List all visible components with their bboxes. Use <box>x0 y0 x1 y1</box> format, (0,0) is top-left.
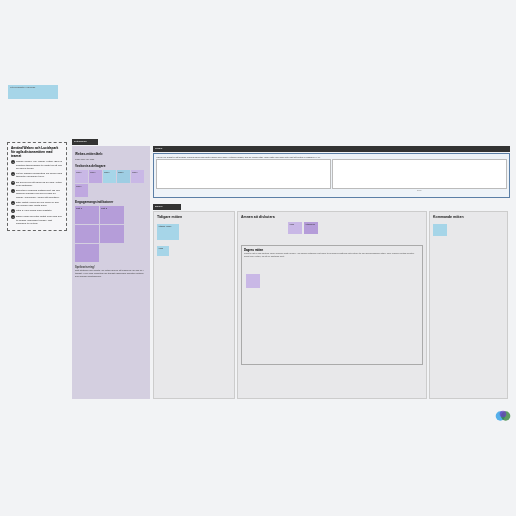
participant-sticky[interactable]: Namn <box>75 184 88 197</box>
sticky-note[interactable]: Anteckn. ämne <box>157 224 179 240</box>
column-topics: Ämnen att diskutera Ämne Anteckning Dage… <box>237 211 427 399</box>
column-previous: Tidigare möten Anteckn. ämne Ämne <box>153 211 235 399</box>
engagement-card[interactable] <box>100 225 124 243</box>
board-title: Styrelsemöte i samnas Bradlee <box>8 85 58 99</box>
todays-meeting-box: Dagens möten Lägg till allt ni ska hante… <box>241 245 423 365</box>
instruction-checklist: Använd Webex och Lucidspark för agila di… <box>7 142 67 231</box>
column-upcoming: Kommande möten <box>429 211 508 399</box>
participant-sticky[interactable]: Namn <box>75 170 88 183</box>
sticky-note[interactable]: Ämne <box>288 222 302 234</box>
column-title: Tidigare möten <box>157 215 231 219</box>
participant-sticky[interactable]: Namn <box>117 170 130 183</box>
main-columns: Tidigare möten Anteckn. ämne Ämne Ämnen … <box>153 211 510 399</box>
participant-sticky[interactable]: Namn <box>131 170 144 183</box>
participants-grid: Namn Namn Namn Namn Namn Namn <box>75 170 147 197</box>
meeting-link-title: Webex-möteslänk: <box>75 152 147 156</box>
engagement-grid: Kort 1 Kort 2 <box>75 206 147 262</box>
sidebar-panel: extra/forum Webex-möteslänk: Länk här: u… <box>72 146 150 399</box>
engagement-title: Engagemangsindikatorer <box>75 200 147 204</box>
sticky-note[interactable]: Anteckning <box>304 222 318 234</box>
sticky-note[interactable] <box>433 224 447 236</box>
checklist-header: Använd Webex och Lucidspark för agila di… <box>11 146 63 158</box>
questions-intro: Har du en fråga till ditt andra? Lämna g… <box>156 156 507 158</box>
sidebar-footer: Spelteorisering! Sätt strategin och arbe… <box>75 266 147 278</box>
participant-sticky[interactable]: Namn <box>103 170 116 183</box>
question-box[interactable] <box>156 159 331 189</box>
questions-panel: Har du en fråga till ditt andra? Lämna g… <box>153 153 510 198</box>
webex-logo-icon <box>495 408 511 420</box>
column-title: Kommande möten <box>433 215 504 219</box>
questions-bar: Frågor <box>153 146 510 152</box>
answer-box[interactable] <box>332 159 507 189</box>
column-title: Ämnen att diskutera <box>241 215 423 219</box>
svg-point-2 <box>500 411 507 418</box>
subbox-desc: Lägg till allt ni ska hantera under dage… <box>244 252 420 257</box>
participants-title: Veckovisa deltagare <box>75 164 147 168</box>
participant-sticky[interactable]: Namn <box>89 170 102 183</box>
sticky-note[interactable]: Ämne <box>157 246 169 256</box>
engagement-card[interactable] <box>75 225 99 243</box>
engagement-card[interactable]: Kort 1 <box>75 206 99 224</box>
extra-link-bar[interactable]: extra/forum <box>72 139 98 145</box>
engagement-card[interactable]: Kort 2 <box>100 206 124 224</box>
meeting-link[interactable]: Länk här: url-länk <box>75 158 147 161</box>
engagement-card[interactable] <box>75 244 99 262</box>
sticky-note[interactable] <box>246 274 260 288</box>
section-bar: Denna <box>153 204 181 210</box>
